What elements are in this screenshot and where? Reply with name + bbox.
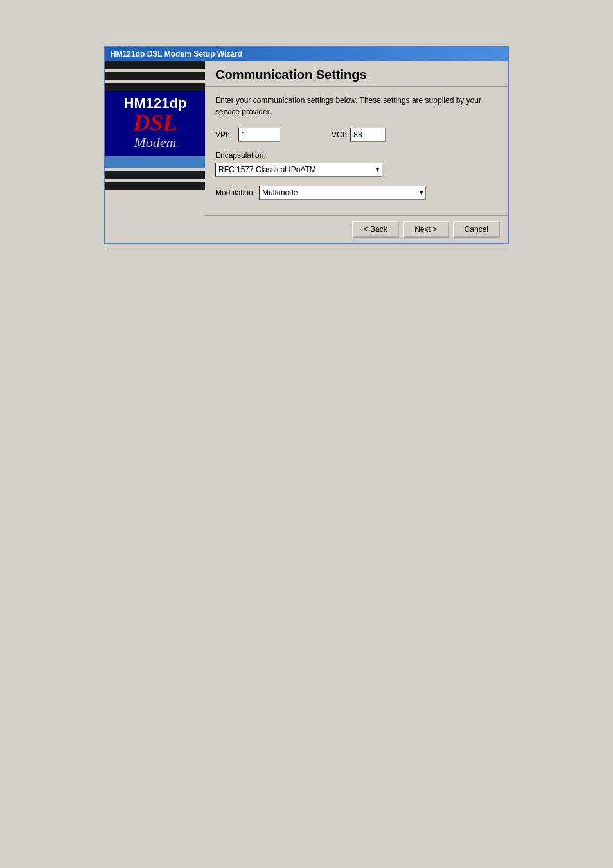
heading-title: Communication Settings [215,67,367,82]
modulation-select[interactable]: Multimode ANSI T1.413 ITU G.992.1 (G.dmt… [259,186,426,200]
encapsulation-select-wrapper: RFC 1577 Classical IPoATM LLC/SNAP VC Mu… [215,163,382,177]
stripe-2 [105,72,205,80]
logo-box: HM121dp DSL Modem [105,91,205,156]
logo-modem: Modem [134,134,177,151]
encapsulation-section: Encapsulation: RFC 1577 Classical IPoATM… [215,151,497,177]
stripe-3 [105,83,205,91]
encapsulation-select[interactable]: RFC 1577 Classical IPoATM LLC/SNAP VC Mu… [215,163,382,177]
bottom-stripes [105,168,205,190]
cancel-button[interactable]: Cancel [453,221,500,238]
modulation-select-wrapper: Multimode ANSI T1.413 ITU G.992.1 (G.dmt… [259,186,426,200]
stripe-1 [105,61,205,69]
vpi-vci-row: VPI: VCI: [215,128,497,142]
top-stripes [105,61,205,91]
modulation-row: Modulation: Multimode ANSI T1.413 ITU G.… [215,186,497,200]
back-button[interactable]: < Back [352,221,399,238]
vci-label: VCI: [332,130,346,139]
vci-input[interactable] [350,128,386,142]
section-heading: Communication Settings [205,61,508,87]
blue-bar [105,156,205,168]
next-button[interactable]: Next > [403,221,449,238]
titlebar-label: HM121dp DSL Modem Setup Wizard [111,49,242,58]
logo-hm: HM121dp [124,96,187,111]
vpi-input[interactable] [238,128,280,142]
right-panel: Communication Settings Enter your commun… [205,61,508,243]
vpi-label: VPI: [215,130,235,139]
stripe-4 [105,171,205,179]
button-row: < Back Next > Cancel [205,216,508,243]
left-panel: HM121dp DSL Modem [105,61,205,243]
titlebar: HM121dp DSL Modem Setup Wizard [105,47,508,61]
logo-dsl: DSL [133,111,177,134]
dialog-window: HM121dp DSL Modem Setup Wizard HM121dp D… [104,46,509,244]
modulation-label: Modulation: [215,188,255,197]
encapsulation-label: Encapsulation: [215,151,497,160]
description-text: Enter your communication settings below.… [215,94,497,118]
content-area: Enter your communication settings below.… [205,87,508,209]
stripe-5 [105,182,205,190]
